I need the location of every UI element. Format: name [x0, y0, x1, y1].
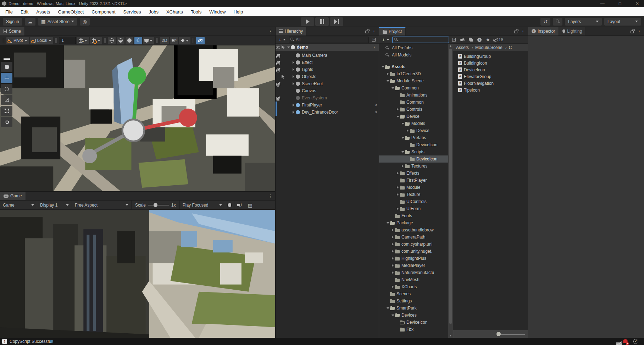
folder-row[interactable]: Common — [379, 99, 448, 106]
pick-icon[interactable] — [281, 44, 286, 51]
folder-row[interactable]: SmartPark — [379, 305, 448, 312]
expand-arrow-icon[interactable] — [395, 108, 400, 111]
folder-row[interactable]: IoTCenter3D — [379, 70, 448, 77]
visibility-gutter[interactable] — [276, 67, 286, 72]
folder-row[interactable]: Module — [379, 184, 448, 191]
gizmos-button-clipped[interactable]: ▤ — [245, 201, 255, 209]
maximize-search-button[interactable]: ↗ — [450, 37, 457, 43]
menu-item[interactable]: GameObject — [54, 7, 88, 16]
folder-row[interactable]: Animations — [379, 92, 448, 99]
visibility-gutter[interactable] — [276, 102, 286, 109]
grid-snap-button[interactable] — [90, 37, 102, 44]
folder-row[interactable]: Controls — [379, 106, 448, 113]
expand-arrow-icon[interactable] — [385, 72, 390, 75]
layers-dropdown[interactable]: Layers — [565, 18, 602, 26]
scene-header-row[interactable]: demo ⋮ — [276, 44, 379, 51]
folder-row[interactable]: MediaPlayer — [379, 262, 448, 269]
expand-arrow-icon[interactable] — [395, 207, 400, 210]
folder-row[interactable]: DeviceIcon — [379, 319, 448, 326]
folder-row[interactable]: HighlightPlus — [379, 255, 448, 262]
expand-arrow-icon[interactable] — [390, 271, 395, 274]
create-object-button[interactable]: + — [277, 37, 287, 43]
file-row[interactable]: TipsIcon — [453, 87, 528, 93]
expand-arrow-icon[interactable] — [291, 61, 296, 64]
menu-item[interactable]: Window — [205, 7, 229, 16]
folder-row[interactable]: NavMesh — [379, 276, 448, 283]
folder-row[interactable]: UIForm — [379, 205, 448, 212]
folder-row[interactable]: FirstPlayer — [379, 177, 448, 184]
folder-row[interactable]: assetbundlebrow — [379, 226, 448, 234]
expand-arrow-icon[interactable] — [390, 229, 395, 231]
hierarchy-search-input[interactable] — [296, 37, 367, 42]
game-view-dropdown[interactable]: Game — [0, 201, 37, 209]
game-debug-button[interactable] — [225, 201, 234, 209]
expand-arrow-icon[interactable] — [405, 129, 410, 132]
visibility-gutter[interactable] — [276, 109, 286, 116]
tab-hierarchy[interactable]: Hierarchy — [276, 27, 307, 35]
breadcrumb-item[interactable]: Module.Scene — [470, 45, 503, 50]
play-focused-dropdown[interactable]: Play Focused — [180, 201, 225, 209]
hierarchy-row[interactable]: SceneRoot > — [276, 80, 379, 87]
scale-slider[interactable]: Scale 1x — [132, 201, 180, 209]
folder-row[interactable]: com.cysharp.uni — [379, 241, 448, 248]
menu-item[interactable]: Assets — [32, 7, 54, 16]
visibility-gutter[interactable] — [276, 82, 286, 86]
prefab-chevron-icon[interactable]: > — [375, 110, 377, 115]
expand-arrow-icon[interactable] — [291, 75, 296, 78]
expand-arrow-icon[interactable] — [390, 243, 395, 246]
folder-row[interactable]: UIControls — [379, 198, 448, 205]
scene-viewport[interactable] — [0, 45, 275, 191]
zoom-slider-knob[interactable] — [496, 332, 501, 336]
expand-arrow-icon[interactable] — [390, 285, 395, 288]
visibility-gutter[interactable] — [276, 53, 286, 58]
pause-button[interactable] — [315, 17, 329, 26]
hierarchy-row[interactable]: Canvas > — [276, 87, 379, 94]
audio-mute-button[interactable] — [170, 37, 178, 44]
expand-arrow-icon[interactable] — [400, 165, 405, 168]
visibility-gutter[interactable] — [276, 44, 286, 51]
menu-item[interactable]: Edit — [17, 7, 32, 16]
folder-row[interactable]: Module.Scene — [379, 77, 448, 84]
menu-item[interactable]: Component — [88, 7, 119, 16]
folder-row[interactable]: Device — [379, 127, 448, 134]
display-dropdown[interactable]: Display 1 — [37, 201, 72, 209]
folder-row[interactable]: Assets — [379, 63, 448, 70]
folder-row[interactable]: DeviceIcon — [379, 141, 448, 148]
expand-arrow-icon[interactable] — [385, 307, 390, 309]
maximize-search-button[interactable]: ↗ — [370, 37, 377, 43]
slider-knob[interactable] — [154, 203, 157, 207]
minimize-button[interactable]: — — [600, 1, 605, 6]
menu-item[interactable]: Services — [120, 7, 145, 16]
breadcrumb-item[interactable]: C — [503, 45, 512, 50]
expand-arrow-icon[interactable] — [390, 264, 395, 267]
debug-mode-dropdown[interactable] — [143, 37, 154, 44]
effects-dropdown[interactable] — [179, 37, 190, 44]
folder-row[interactable]: Textures — [379, 163, 448, 170]
game-audio-button[interactable] — [234, 201, 245, 209]
expand-arrow-icon[interactable] — [385, 80, 390, 82]
expand-arrow-icon[interactable] — [390, 250, 395, 253]
folder-row[interactable]: All Prefabs — [379, 44, 448, 51]
filter-importance-button[interactable] — [476, 37, 483, 43]
file-row[interactable]: DeviceIcon — [453, 66, 528, 73]
expand-arrow-icon[interactable] — [390, 87, 395, 89]
visibility-gutter[interactable] — [276, 96, 286, 100]
hierarchy-row[interactable]: FirstPlayer > — [276, 102, 379, 109]
grid-axis-button[interactable] — [77, 37, 89, 44]
orientation-gizmo[interactable] — [0, 58, 271, 191]
grid-size-input[interactable] — [59, 37, 76, 44]
hidden-assets-toggle[interactable]: 18 — [493, 37, 503, 43]
close-button[interactable]: ✕ — [635, 1, 639, 6]
hierarchy-row[interactable]: Main Camera > — [276, 52, 379, 59]
expand-arrow-icon[interactable] — [400, 137, 405, 139]
breadcrumb-item[interactable]: Assets — [456, 45, 469, 50]
expand-arrow-icon[interactable] — [395, 116, 400, 117]
layout-dropdown[interactable]: Layout — [604, 18, 641, 26]
cache-server-error-icon[interactable] — [623, 339, 628, 344]
hierarchy-row[interactable]: EventSystem > — [276, 94, 379, 102]
maximize-button[interactable]: □ — [619, 1, 621, 6]
expand-arrow-icon[interactable] — [286, 46, 291, 48]
lighting-toggle-button[interactable] — [126, 37, 133, 44]
menu-item[interactable]: Help — [229, 7, 247, 16]
favorites-button[interactable]: ★ — [484, 37, 492, 43]
